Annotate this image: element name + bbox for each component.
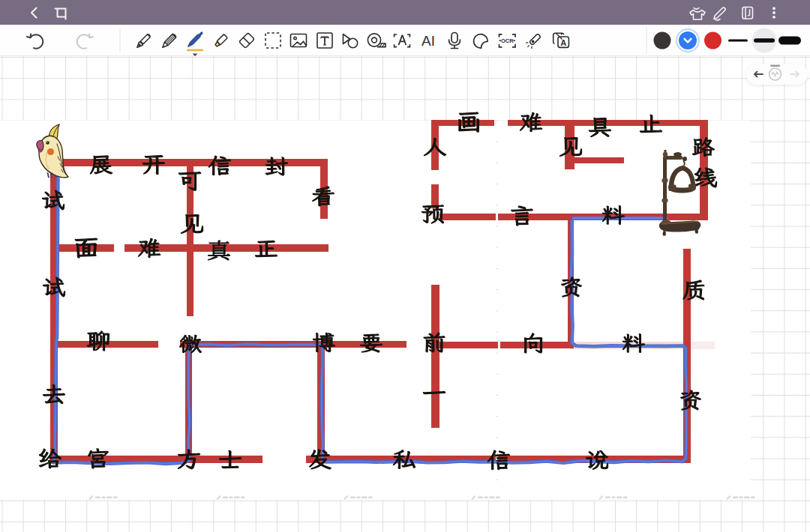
svg-text:OCR: OCR <box>501 37 514 44</box>
svg-text:AI: AI <box>422 33 435 49</box>
svg-text:A: A <box>560 38 566 47</box>
